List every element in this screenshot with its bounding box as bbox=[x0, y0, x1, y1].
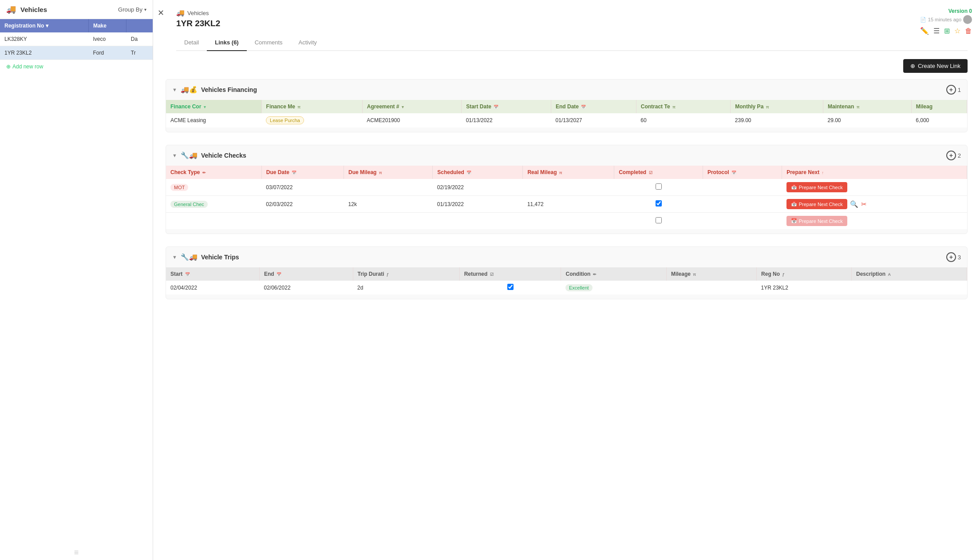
grid-icon[interactable]: ⊞ bbox=[944, 27, 950, 35]
col-finance-method[interactable]: Finance Me π bbox=[261, 100, 362, 113]
col-description[interactable]: Description A bbox=[852, 267, 967, 281]
add-check-button[interactable]: + bbox=[946, 151, 956, 160]
col-make[interactable]: Make bbox=[88, 19, 126, 32]
add-trip-button[interactable]: + bbox=[946, 252, 956, 262]
chevron-down-icon: ▼ bbox=[172, 254, 177, 260]
add-new-row-button[interactable]: ⊕ Add new row bbox=[0, 60, 153, 73]
section-header-checks[interactable]: ▼ 🔧🚚 Vehicle Checks + 2 bbox=[166, 145, 967, 166]
row-actions: 🔍 ✂ bbox=[850, 200, 867, 208]
plus-circle-icon: ⊕ bbox=[910, 63, 915, 69]
tab-links[interactable]: Links (6) bbox=[207, 35, 246, 51]
col-monthly-payment[interactable]: Monthly Pa π bbox=[731, 100, 823, 113]
drag-handle-icon: ≡ bbox=[74, 548, 79, 557]
completed-checkbox[interactable] bbox=[656, 217, 662, 223]
doc-icon: 📄 bbox=[920, 17, 926, 23]
col-start-date[interactable]: Start Date 📅 bbox=[462, 100, 551, 113]
col-scheduled[interactable]: Scheduled 📅 bbox=[433, 166, 523, 179]
chevron-down-icon: ▼ bbox=[172, 87, 177, 92]
cell-protocol bbox=[703, 179, 782, 196]
group-by-button[interactable]: Group By ▾ bbox=[118, 6, 146, 13]
trips-count: 3 bbox=[958, 254, 961, 261]
table-row[interactable]: ACME Leasing Lease Purcha ACME201900 01/… bbox=[166, 113, 967, 127]
scroll-indicator: ≡ bbox=[0, 545, 153, 560]
cell-real-mileage: 11,472 bbox=[523, 196, 614, 213]
col-due-date[interactable]: Due Date 📅 bbox=[261, 166, 344, 179]
record-meta: Version 0 📄 15 minutes ago ✏️ ☰ ⊞ ☆ 🗑 bbox=[920, 8, 972, 35]
col-start[interactable]: Start 📅 bbox=[166, 267, 260, 281]
star-icon[interactable]: ☆ bbox=[954, 27, 960, 35]
tabs: Detail Links (6) Comments Activity bbox=[176, 35, 968, 51]
content-area: ⊕ Create New Link ▼ 🚚💰 Vehicles Financin… bbox=[166, 59, 968, 299]
table-row[interactable]: 02/04/2022 02/06/2022 2d Excellent 1YR 2… bbox=[166, 281, 967, 294]
vehicles-financing-section: ▼ 🚚💰 Vehicles Financing + 1 Finance Cor … bbox=[166, 79, 968, 132]
col-real-mileage[interactable]: Real Mileag π bbox=[523, 166, 614, 179]
col-duration[interactable]: Trip Durati ƒ bbox=[353, 267, 459, 281]
section-header-trips[interactable]: ▼ 🔧🚚 Vehicle Trips + 3 bbox=[166, 247, 967, 267]
close-button[interactable]: ✕ bbox=[158, 8, 164, 18]
section-count-financing: + 1 bbox=[946, 85, 961, 95]
trash-icon[interactable]: 🗑 bbox=[965, 27, 972, 35]
col-mileage-trips[interactable]: Mileage π bbox=[666, 267, 756, 281]
col-protocol[interactable]: Protocol 📅 bbox=[703, 166, 782, 179]
create-link-bar: ⊕ Create New Link bbox=[166, 59, 968, 73]
col-agreement[interactable]: Agreement # ▾ bbox=[362, 100, 461, 113]
section-count-trips: + 3 bbox=[946, 252, 961, 262]
col-completed[interactable]: Completed ☑ bbox=[614, 166, 703, 179]
tab-activity[interactable]: Activity bbox=[291, 35, 325, 51]
returned-checkbox[interactable] bbox=[507, 284, 514, 290]
table-row[interactable]: 📅 Prepare Next Check bbox=[166, 213, 967, 230]
cell-real-mileage bbox=[523, 213, 614, 230]
col-mileage[interactable]: Mileag bbox=[911, 100, 967, 113]
prepare-next-check-button[interactable]: 📅 Prepare Next Check bbox=[786, 182, 847, 192]
view-icon[interactable]: 🔍 bbox=[850, 200, 858, 208]
cell-returned bbox=[459, 281, 561, 294]
prepare-next-check-button[interactable]: 📅 Prepare Next Check bbox=[786, 199, 847, 209]
unlink-icon[interactable]: ✂ bbox=[861, 200, 867, 208]
calendar-icon: 📅 bbox=[791, 184, 797, 190]
cell-term: 60 bbox=[636, 113, 731, 127]
edit-icon[interactable]: ✏️ bbox=[920, 27, 929, 35]
col-end[interactable]: End 📅 bbox=[260, 267, 353, 281]
cell-prepare: 📅 Prepare Next Check bbox=[782, 179, 967, 196]
table-row[interactable]: MOT 03/07/2022 02/19/2022 📅 Prepare Next… bbox=[166, 179, 967, 196]
col-due-mileage[interactable]: Due Mileag π bbox=[344, 166, 433, 179]
cell-start: 02/04/2022 bbox=[166, 281, 260, 294]
col-check-type[interactable]: Check Type ✏ bbox=[166, 166, 261, 179]
left-table-container: Registration No ▾ Make LK328KY Iveco Da … bbox=[0, 19, 153, 545]
truck-icon-left: 🚚 bbox=[6, 4, 16, 14]
record-actions: ✏️ ☰ ⊞ ☆ 🗑 bbox=[920, 27, 972, 35]
cell-end: 01/13/2027 bbox=[551, 113, 636, 127]
table-row[interactable]: 1YR 23KL2 Ford Tr bbox=[0, 46, 153, 60]
col-end-date[interactable]: End Date 📅 bbox=[551, 100, 636, 113]
financing-title: Vehicles Financing bbox=[201, 86, 257, 93]
add-financing-button[interactable]: + bbox=[946, 85, 956, 95]
list-icon[interactable]: ☰ bbox=[933, 27, 940, 35]
col-reg-no[interactable]: Registration No ▾ bbox=[0, 19, 88, 32]
cell-monthly: 239.00 bbox=[731, 113, 823, 127]
col-contract-term[interactable]: Contract Te π bbox=[636, 100, 731, 113]
cell-reg-no: 1YR 23KL2 bbox=[757, 281, 852, 294]
col-finance-company[interactable]: Finance Cor ▾ bbox=[166, 100, 261, 113]
completed-checkbox[interactable] bbox=[656, 200, 662, 207]
table-row[interactable]: LK328KY Iveco Da bbox=[0, 32, 153, 46]
tab-comments[interactable]: Comments bbox=[247, 35, 291, 51]
table-row[interactable]: General Chec 02/03/2022 12k 01/13/2022 1… bbox=[166, 196, 967, 213]
tab-detail[interactable]: Detail bbox=[176, 35, 207, 51]
col-condition[interactable]: Condition ✏ bbox=[561, 267, 666, 281]
cell-due-mileage bbox=[344, 179, 433, 196]
cell-due-mileage: 12k bbox=[344, 196, 433, 213]
cell-check-type: General Chec bbox=[166, 196, 261, 213]
cell-due-date: 03/07/2022 bbox=[261, 179, 344, 196]
col-maintenance[interactable]: Maintenan π bbox=[823, 100, 912, 113]
section-header-financing[interactable]: ▼ 🚚💰 Vehicles Financing + 1 bbox=[166, 79, 967, 100]
checks-table-wrap: Check Type ✏ Due Date 📅 Due Mileag π Sch… bbox=[166, 166, 967, 234]
col-reg-no[interactable]: Reg No ƒ bbox=[757, 267, 852, 281]
col-returned[interactable]: Returned ☑ bbox=[459, 267, 561, 281]
cell-start: 01/13/2022 bbox=[462, 113, 551, 127]
cell-scheduled: 01/13/2022 bbox=[433, 196, 523, 213]
col-extra[interactable] bbox=[126, 19, 153, 32]
col-prepare-next[interactable]: Prepare Next ↑ bbox=[782, 166, 967, 179]
cell-due-mileage bbox=[344, 213, 433, 230]
completed-checkbox[interactable] bbox=[656, 183, 662, 190]
create-new-link-button[interactable]: ⊕ Create New Link bbox=[903, 59, 968, 73]
